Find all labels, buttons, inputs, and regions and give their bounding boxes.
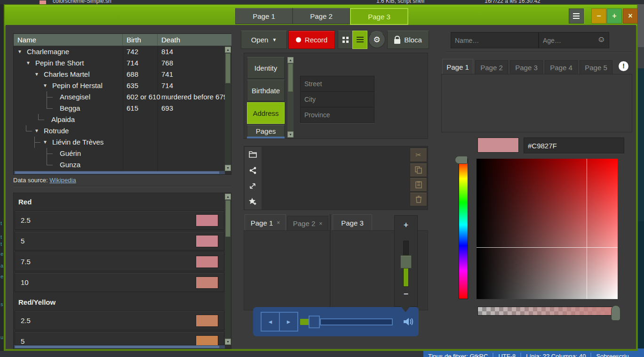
expander-icon[interactable]: ▼ [17,46,22,57]
scroll-down-button[interactable]: ▼ [225,339,231,345]
scroll-down-button[interactable]: ▼ [225,165,231,171]
wikipedia-link[interactable]: Wikipedia [49,177,76,184]
expander-icon[interactable]: ▼ [26,57,31,69]
list-item[interactable]: 7.5 [15,252,224,271]
sidebar-item-identity[interactable]: Identity [247,57,285,79]
tree-row[interactable]: Begga 615 693 [14,103,225,114]
copy-button[interactable] [410,163,427,177]
scrollbar-thumb[interactable] [225,53,231,83]
scrollbar-thumb[interactable] [15,346,219,348]
saturation-value-area[interactable] [477,159,618,299]
warning-icon[interactable]: ! [619,61,628,71]
scroll-up-button[interactable]: ▲ [225,47,231,53]
color-scale-list[interactable]: Red 2.5 5 7.5 10 Red/Yellow [13,193,231,349]
tree-row[interactable]: ▼ Charlemagne 742 814 [14,46,225,57]
tab-page3[interactable]: Page 3 [510,60,543,74]
fullscreen-icon[interactable] [249,182,256,190]
list-view-toggle[interactable] [352,31,367,49]
tab-page2-left[interactable]: Page 2 × [287,216,328,231]
name-field[interactable] [451,32,538,48]
list-item[interactable]: 10 [15,273,224,292]
tab-page5[interactable]: Page 5 [580,60,612,74]
tab-page3-right[interactable]: Page 3 [333,214,372,231]
tree-row[interactable]: Alpaida [14,114,225,125]
minimize-button[interactable]: − [591,8,606,24]
list-item[interactable]: 2.5 [15,211,224,230]
expander-icon[interactable]: ▼ [34,69,39,80]
tab-page4[interactable]: Page 4 [545,60,578,74]
tree-row[interactable]: Gunza [14,159,225,170]
expander-icon[interactable]: ▼ [34,125,39,137]
horizontal-scrollbar[interactable] [14,345,225,349]
tree-row[interactable]: ▼ Charles Martel 688 741 [14,69,225,80]
maximize-button[interactable]: + [607,8,622,24]
tree-row[interactable]: ▼ Pepin the Short 714 768 [14,57,225,69]
tab-page2[interactable]: Page 2 [475,60,508,74]
share-icon[interactable] [249,167,257,174]
hex-color-field[interactable] [524,138,624,153]
tab-page1[interactable]: Page 1 [442,59,473,74]
family-tree-table[interactable]: Name Birth Death ▼ Charlemagne 742 814 ▼… [13,33,231,175]
tree-row[interactable]: ▼ Pepin of Herstal 635 714 [14,80,225,91]
grid-view-toggle[interactable] [338,31,353,49]
scroll-up-button[interactable]: ▲ [225,194,231,200]
seek-trough[interactable] [320,318,393,325]
settings-button[interactable]: ⚙ [368,31,385,48]
column-header-death[interactable]: Death [158,34,231,46]
tab-page1-left[interactable]: Page 1 × [245,214,286,231]
province-field[interactable] [301,107,374,122]
scroll-up-button[interactable]: ▲ [287,57,294,63]
tree-row[interactable]: Ansegisel 602 or 610 murdered before 679 [14,91,225,103]
horizontal-scrollbar[interactable] [14,171,225,174]
paste-button[interactable] [410,178,427,192]
sidebar-item-address[interactable]: Address [247,102,285,124]
seek-handle[interactable] [309,316,320,328]
current-color-swatch[interactable] [477,138,519,153]
sidebar-horizontal-scrollbar[interactable] [247,137,285,138]
list-item[interactable]: 5 [15,332,224,345]
tab-close-icon[interactable]: × [277,219,280,226]
next-button[interactable]: ▸ [280,313,297,331]
titlebar-tab-page3[interactable]: Page 3 [350,8,408,25]
zoom-in-button[interactable]: + [395,220,417,230]
alpha-slider-handle[interactable] [611,305,620,321]
titlebar[interactable]: Page 1 Page 2 Page 3 − + × [5,5,637,26]
scrollbar-thumb[interactable] [15,171,219,174]
sidebar-item-birthdate[interactable]: Birthdate [247,80,285,101]
volume-icon[interactable] [402,315,415,328]
close-button[interactable]: × [623,8,638,24]
tree-row[interactable]: ▼ Rotrude [14,125,225,137]
delete-button[interactable] [410,192,427,206]
folder-icon[interactable] [249,151,257,158]
hue-slider[interactable] [459,159,468,299]
titlebar-tab-page1[interactable]: Page 1 [235,8,293,24]
lock-button[interactable]: Bloca [387,31,429,49]
tree-row[interactable]: ▼ Liévin de Trèves [14,137,225,148]
cut-button[interactable]: ✂ [410,148,427,162]
open-button[interactable]: Open ▼ [241,31,287,49]
zoom-out-button[interactable]: − [395,289,417,299]
sidebar-item-pages[interactable]: Pages [247,125,285,137]
star-new-icon[interactable] [248,197,257,206]
list-item[interactable]: 2.5 [15,311,224,330]
tab-close-icon[interactable]: × [319,220,322,227]
street-field[interactable] [301,76,374,91]
expander-icon[interactable]: ▼ [43,137,48,148]
tree-row[interactable]: Guérin [14,148,225,159]
record-button[interactable]: Record [288,31,335,49]
expander-icon[interactable]: ▼ [43,80,48,91]
previous-button[interactable]: ◂ [262,313,280,331]
list-item[interactable]: 5 [15,231,224,251]
zoom-slider-handle[interactable] [400,255,412,268]
column-header-name[interactable]: Name [14,34,123,46]
column-header-birth[interactable]: Birth [123,34,158,46]
city-field[interactable] [301,92,374,107]
alpha-slider[interactable] [477,307,617,316]
scrollbar-thumb[interactable] [225,200,231,237]
scrollbar-thumb[interactable] [288,64,293,92]
titlebar-tab-page2[interactable]: Page 2 [293,8,350,24]
emoji-icon[interactable]: ☺ [597,35,605,44]
menu-button[interactable] [569,8,584,24]
scroll-down-button[interactable]: ▼ [287,131,294,138]
hue-slider-handle[interactable] [455,156,468,164]
